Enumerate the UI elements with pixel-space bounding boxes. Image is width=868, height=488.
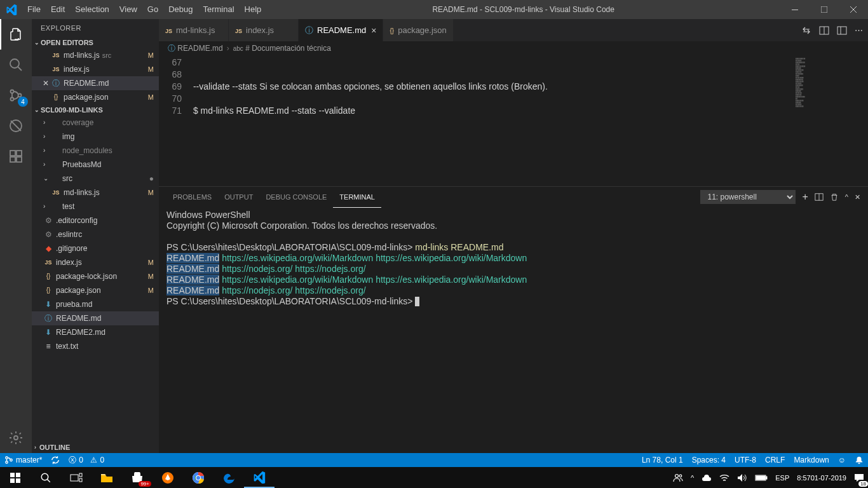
tray-people[interactable]: [669, 467, 687, 488]
new-terminal-icon[interactable]: +: [802, 191, 808, 203]
kill-terminal-icon[interactable]: [830, 193, 839, 201]
folder-item[interactable]: ›img: [32, 130, 159, 144]
taskbar-explorer[interactable]: [92, 467, 122, 488]
split-icon[interactable]: [819, 25, 829, 36]
tray-lang[interactable]: ESP: [771, 467, 793, 488]
close-panel-icon[interactable]: ✕: [855, 193, 860, 201]
status-bell[interactable]: [850, 453, 868, 467]
terminal-selector[interactable]: 11: powershell: [700, 190, 796, 204]
svg-rect-32: [79, 473, 82, 477]
split-terminal-icon[interactable]: [815, 193, 824, 201]
tray-notifications[interactable]: 18: [850, 467, 868, 488]
tray-battery[interactable]: [751, 467, 771, 488]
open-editor-item[interactable]: {}package.jsonM: [32, 90, 159, 104]
menu-go[interactable]: Go: [142, 0, 163, 19]
menu-terminal[interactable]: Terminal: [198, 0, 239, 19]
outline-header[interactable]: › OUTLINE: [32, 442, 159, 453]
breadcrumb[interactable]: ⓘ README.md › abc # Documentación técnic…: [159, 41, 868, 55]
taskbar-edge[interactable]: [214, 467, 244, 488]
status-sync[interactable]: [46, 453, 64, 467]
menu-help[interactable]: Help: [240, 0, 267, 19]
open-editor-item[interactable]: ✕ⓘREADME.md: [32, 76, 159, 90]
maximize-button[interactable]: [810, 0, 839, 19]
folder-item[interactable]: ›coverage: [32, 116, 159, 130]
panel-tab-output[interactable]: OUTPUT: [218, 187, 259, 207]
modified-badge: M: [148, 187, 154, 198]
file-item[interactable]: ≡text.txt: [32, 339, 159, 353]
menu-edit[interactable]: Edit: [46, 0, 70, 19]
editor-tab[interactable]: JSmd-links.js: [159, 19, 229, 41]
panel-tab-terminal[interactable]: TERMINAL: [333, 187, 381, 208]
open-editor-item[interactable]: JSindex.jsM: [32, 62, 159, 76]
file-item[interactable]: ⓘREADME.md: [32, 311, 159, 325]
file-item[interactable]: ⚙.eslintrc: [32, 227, 159, 241]
status-feedback[interactable]: ☺: [834, 453, 850, 467]
panel-tab-problems[interactable]: PROBLEMS: [166, 187, 218, 207]
menu-selection[interactable]: Selection: [70, 0, 114, 19]
activity-explorer[interactable]: [0, 19, 32, 50]
taskbar-chrome[interactable]: [183, 467, 214, 488]
menu-file[interactable]: File: [22, 0, 46, 19]
taskbar-avast[interactable]: [153, 467, 183, 488]
minimap[interactable]: ████ ████ ████ ████████████ ████ ██████ …: [792, 55, 868, 186]
status-spaces[interactable]: Spaces: 4: [688, 453, 730, 467]
folder-item[interactable]: ›node_modules: [32, 144, 159, 158]
file-item[interactable]: ⬇README2.md: [32, 325, 159, 339]
workspace-header[interactable]: ⌄SCL009-MD-LINKS: [32, 104, 159, 116]
maximize-panel-icon[interactable]: ^: [845, 193, 848, 201]
folder-item[interactable]: ›PruebasMd: [32, 158, 159, 172]
status-eol[interactable]: CRLF: [761, 453, 789, 467]
activity-debug[interactable]: [0, 111, 32, 141]
file-item[interactable]: ⬇prueba.md: [32, 297, 159, 311]
file-icon: JS: [43, 257, 53, 268]
menu-debug[interactable]: Debug: [163, 0, 198, 19]
minimize-button[interactable]: [780, 0, 810, 19]
editor-tab[interactable]: {}package.json: [383, 19, 453, 41]
preview-icon[interactable]: [837, 25, 847, 36]
start-button[interactable]: [0, 467, 31, 488]
activity-extensions[interactable]: [0, 141, 32, 172]
menu-view[interactable]: View: [114, 0, 142, 19]
folder-item[interactable]: ⌄src●: [32, 172, 159, 186]
file-item[interactable]: {}package-lock.jsonM: [32, 269, 159, 283]
status-encoding[interactable]: UTF-8: [730, 453, 761, 467]
status-problems[interactable]: ⓧ0 ⚠0: [64, 453, 109, 467]
folder-item[interactable]: ›test: [32, 200, 159, 214]
item-label: package.json: [56, 285, 148, 296]
open-editor-item[interactable]: JSmd-links.jssrcM: [32, 48, 159, 62]
tray-onedrive[interactable]: [698, 467, 715, 488]
status-lang[interactable]: Markdown: [789, 453, 833, 467]
tray-volume[interactable]: [733, 467, 751, 488]
file-item[interactable]: ◆.gitignore: [32, 241, 159, 255]
file-item[interactable]: {}package.jsonM: [32, 283, 159, 297]
taskbar-search[interactable]: [31, 467, 61, 488]
more-icon[interactable]: ⋯: [855, 25, 863, 35]
taskbar-taskview[interactable]: [61, 467, 92, 488]
file-item[interactable]: ⚙.editorconfig: [32, 214, 159, 227]
status-ln-col[interactable]: Ln 78, Col 1: [637, 453, 688, 467]
tray-wifi[interactable]: [715, 467, 733, 488]
editor-tab[interactable]: JSindex.js: [229, 19, 299, 41]
taskbar-vscode[interactable]: [244, 467, 275, 488]
activity-settings[interactable]: [0, 423, 32, 453]
editor-body[interactable]: 6768697071 --validate --stats Si se colo…: [159, 55, 868, 186]
terminal-body[interactable]: Windows PowerShell Copyright (C) Microso…: [159, 207, 868, 453]
close-icon[interactable]: ×: [371, 25, 376, 36]
status-branch[interactable]: master*: [0, 453, 46, 467]
terminal-line: README.md https://nodejs.org/ https://no…: [166, 264, 860, 274]
tray-clock[interactable]: 8:5701-07-2019: [793, 467, 850, 488]
file-item[interactable]: JSindex.jsM: [32, 255, 159, 269]
close-icon[interactable]: ✕: [41, 78, 51, 89]
panel-tab-debug-console[interactable]: DEBUG CONSOLE: [259, 187, 333, 207]
code-content[interactable]: --validate --stats Si se colocan ambas o…: [191, 55, 792, 186]
taskbar-store[interactable]: 99+: [122, 467, 153, 488]
explorer-sidebar: EXPLORER ⌄OPEN EDITORS JSmd-links.jssrcM…: [32, 19, 159, 453]
activity-scm[interactable]: 4: [0, 80, 32, 111]
close-button[interactable]: [839, 0, 868, 19]
activity-search[interactable]: [0, 50, 32, 80]
file-item[interactable]: JSmd-links.jsM: [32, 186, 159, 200]
compare-icon[interactable]: [801, 25, 811, 36]
tray-chevron[interactable]: ^: [687, 467, 698, 488]
editor-tab[interactable]: ⓘREADME.md×: [299, 19, 383, 41]
open-editors-header[interactable]: ⌄OPEN EDITORS: [32, 37, 159, 48]
